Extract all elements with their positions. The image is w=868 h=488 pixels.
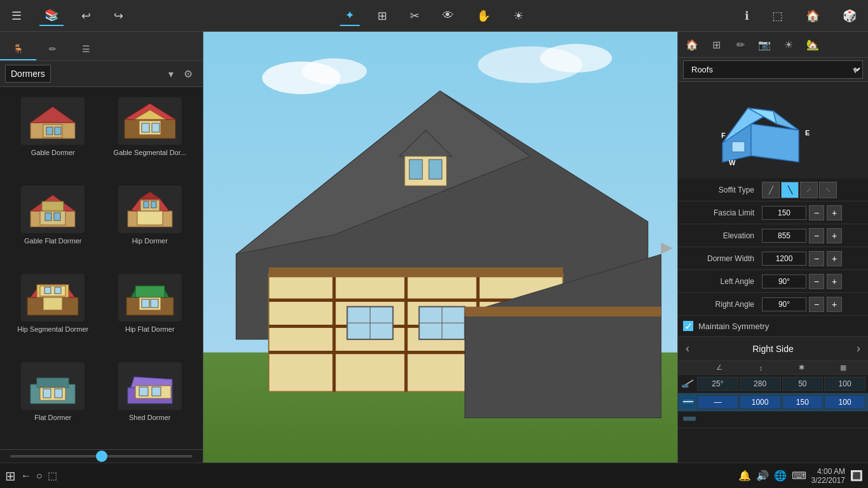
dormer-item-gable-seg[interactable]: Gable Segmental Dor... — [102, 92, 198, 179]
tab-edit[interactable]: ✏ — [36, 39, 69, 60]
svg-rect-71 — [409, 159, 423, 179]
dormer-label-hip-flat: Hip Flat Dormer — [125, 325, 175, 333]
left-angle-minus[interactable]: − — [809, 274, 824, 289]
3d-icon[interactable]: 🎲 — [837, 6, 862, 25]
soffit-btn-3[interactable]: ⟋ — [800, 182, 818, 198]
right-tab-home2[interactable]: 🏡 — [801, 34, 824, 55]
left-angle-label: Left Angle — [683, 277, 759, 286]
left-angle-input[interactable] — [762, 274, 806, 288]
library-icon[interactable]: 📚 — [39, 6, 64, 26]
redo-icon[interactable]: ↪ — [109, 6, 128, 25]
undo-icon[interactable]: ↩ — [76, 6, 96, 25]
right-angle-minus[interactable]: − — [809, 297, 824, 312]
circle-button[interactable]: ○ — [36, 470, 43, 482]
nav-next-arrow[interactable]: › — [857, 342, 860, 355]
dormer-thumb-flat — [21, 362, 85, 410]
action-center-icon[interactable]: 🔳 — [850, 470, 863, 482]
dormer-item-gable[interactable]: Gable Dormer — [5, 92, 101, 179]
dormer-thumb-hip — [118, 186, 182, 233]
nav-prev-arrow[interactable]: ‹ — [686, 342, 689, 355]
dormer-item-flat[interactable]: Flat Dormer — [5, 357, 101, 444]
data-row-2[interactable]: — 1000 150 100 — [678, 393, 868, 412]
tab-list[interactable]: ☰ — [69, 39, 103, 60]
menu-icon[interactable]: ☰ — [6, 6, 27, 25]
fascia-limit-input[interactable] — [762, 206, 806, 220]
fascia-limit-minus[interactable]: − — [809, 205, 824, 220]
right-tab-build[interactable]: 🏠 — [681, 34, 703, 55]
maintain-symmetry-label: Maintain Symmetry — [698, 322, 769, 331]
eye-icon[interactable]: 👁 — [437, 6, 459, 25]
soffit-type-label: Soffit Type — [683, 186, 759, 194]
svg-marker-1 — [31, 107, 75, 123]
taskbar: ⊞ ← ○ ⬚ 🔔 🔊 🌐 ⌨ 4:00 AM 3/22/2017 🔳 — [0, 463, 868, 488]
export-icon[interactable]: ⬚ — [767, 6, 788, 25]
elevation-input[interactable] — [762, 229, 806, 243]
right-tab-grid[interactable]: ⊞ — [705, 34, 728, 55]
svg-rect-46 — [152, 387, 161, 396]
fascia-limit-plus[interactable]: + — [827, 205, 842, 220]
dormer-width-minus[interactable]: − — [809, 251, 824, 266]
soffit-btn-4[interactable]: ⟍ — [819, 182, 837, 198]
right-angle-plus[interactable]: + — [827, 297, 842, 312]
dormer-item-shed[interactable]: Shed Dormer — [102, 357, 198, 444]
roofs-dropdown-container: Roofs — [678, 58, 868, 82]
info-icon[interactable]: ℹ — [740, 6, 754, 25]
notification-icon[interactable]: 🔔 — [738, 470, 751, 482]
maintain-symmetry-checkbox[interactable]: ✓ — [683, 321, 693, 331]
dormer-width-plus[interactable]: + — [827, 251, 842, 266]
table-action-icon[interactable] — [683, 414, 696, 425]
home-icon[interactable]: 🏠 — [801, 6, 825, 25]
row1-col3: 50 — [782, 377, 824, 391]
right-angle-input[interactable] — [762, 297, 806, 311]
svg-rect-14 — [42, 201, 64, 211]
dormer-dropdown[interactable]: Dormers — [5, 65, 51, 83]
svg-rect-29 — [44, 287, 51, 294]
right-tab-paint[interactable]: ✏ — [729, 34, 752, 55]
viewport-expand-arrow[interactable]: ▶ — [661, 238, 672, 256]
volume-icon[interactable]: 🔊 — [756, 470, 769, 482]
top-toolbar: ☰ 📚 ↩ ↪ ✦ ⊞ ✂ 👁 ✋ ☀ ℹ ⬚ 🏠 🎲 — [0, 0, 868, 32]
soffit-btn-2[interactable]: ╲ — [781, 182, 799, 198]
soffit-btn-1[interactable]: ╱ — [762, 182, 780, 198]
dormer-item-hip-seg[interactable]: Hip Segmental Dormer — [5, 269, 101, 356]
right-tab-light[interactable]: ☀ — [777, 34, 800, 55]
svg-rect-16 — [54, 213, 60, 220]
cut-icon[interactable]: ✂ — [405, 6, 424, 25]
dormer-thumb-gable — [21, 97, 85, 145]
row2-col3: 150 — [782, 395, 824, 409]
svg-rect-45 — [139, 387, 148, 396]
svg-rect-4 — [55, 127, 61, 135]
data-row-1[interactable]: 25° 280 50 100 — [678, 375, 868, 393]
group-icon[interactable]: ⊞ — [372, 6, 392, 25]
keyboard-icon[interactable]: ⌨ — [792, 470, 806, 482]
svg-rect-72 — [429, 159, 442, 179]
svg-rect-30 — [55, 287, 61, 294]
back-button[interactable]: ← — [21, 470, 31, 482]
elevation-minus[interactable]: − — [809, 228, 824, 243]
dormer-item-gable-flat[interactable]: Gable Flat Dormer — [5, 180, 101, 268]
dormer-item-hip-flat[interactable]: Hip Flat Dormer — [102, 269, 198, 356]
svg-text:F: F — [721, 132, 726, 139]
start-button[interactable]: ⊞ — [5, 468, 16, 484]
dormer-width-input[interactable] — [762, 252, 806, 266]
row1-col2: 280 — [740, 377, 781, 391]
dormer-grid: Gable Dormer Gable Segmental Dor... — [0, 87, 203, 449]
right-tab-camera[interactable]: 📷 — [753, 34, 776, 55]
left-angle-plus[interactable]: + — [827, 274, 842, 289]
dormer-thumb-gable-seg — [118, 97, 182, 145]
svg-rect-35 — [142, 299, 149, 308]
network-icon[interactable]: 🌐 — [774, 470, 787, 482]
slider-thumb[interactable] — [96, 451, 107, 462]
settings-icon[interactable]: ⚙ — [179, 65, 198, 83]
viewport[interactable]: ▶ — [203, 32, 677, 463]
slider-track[interactable] — [10, 455, 193, 458]
roofs-select[interactable]: Roofs — [683, 60, 863, 79]
windows-button[interactable]: ⬚ — [48, 470, 57, 482]
elevation-plus[interactable]: + — [827, 228, 842, 243]
hand-icon[interactable]: ✋ — [471, 6, 496, 25]
sun-icon[interactable]: ☀ — [508, 6, 529, 25]
svg-rect-33 — [135, 286, 165, 297]
tab-furniture[interactable]: 🪑 — [0, 39, 36, 60]
dormer-item-hip[interactable]: Hip Dormer — [102, 180, 198, 268]
select-icon[interactable]: ✦ — [340, 6, 360, 26]
